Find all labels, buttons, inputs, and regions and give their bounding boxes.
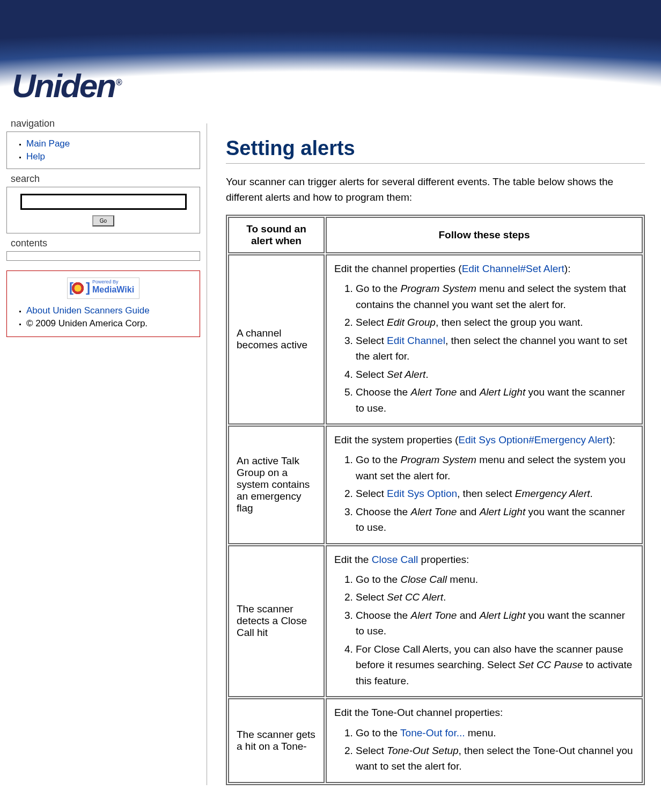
header-banner: Uniden®	[0, 0, 661, 107]
step-item: Select Edit Sys Option, then select Emer…	[356, 485, 634, 502]
step-em: Close Call	[400, 574, 447, 585]
nav-heading: navigation	[11, 118, 200, 129]
steps-lead: Edit the system properties (Edit Sys Opt…	[334, 432, 634, 448]
footer-link-about[interactable]: About Uniden Scanners Guide	[26, 304, 192, 317]
steps-lead-link[interactable]: Edit Channel#Set Alert	[462, 263, 564, 274]
step-em: Set Alert	[387, 369, 425, 380]
steps-cell: Edit the Close Call properties:Go to the…	[326, 545, 643, 698]
step-item: Go to the Program System menu and select…	[356, 280, 634, 313]
mediawiki-logo[interactable]: [ ] Powered By MediaWiki	[67, 277, 139, 299]
step-em: Alert Tone	[410, 610, 457, 621]
table-row: A channel becomes activeEdit the channel…	[228, 254, 643, 425]
search-input[interactable]	[20, 194, 187, 210]
nav-box: Main Page Help	[6, 131, 200, 169]
step-em: Edit Group	[387, 317, 436, 328]
sidebar: navigation Main Page Help search Go cont…	[0, 107, 207, 343]
step-item: Choose the Alert Tone and Alert Light yo…	[356, 503, 634, 537]
step-item: Select Set CC Alert.	[356, 588, 634, 606]
step-item: For Close Call Alerts, you can also have…	[356, 640, 634, 690]
page-title: Setting alerts	[226, 137, 645, 164]
intro-text: Your scanner can trigger alerts for seve…	[226, 174, 645, 205]
step-em: Set CC Pause	[518, 659, 583, 670]
steps-list: Go to the Close Call menu.Select Set CC …	[334, 570, 634, 690]
condition-cell: An active Talk Group on a system contain…	[228, 426, 325, 544]
step-item: Select Edit Channel, then select the cha…	[356, 332, 634, 365]
contents-heading: contents	[11, 238, 200, 249]
condition-cell: The scanner detects a Close Call hit	[228, 545, 325, 698]
step-em: Program System	[400, 283, 476, 294]
step-link[interactable]: Edit Sys Option	[387, 488, 457, 499]
search-box: Go	[6, 187, 200, 233]
steps-list: Go to the Program System menu and select…	[334, 451, 634, 536]
steps-lead-link[interactable]: Close Call	[372, 554, 418, 565]
step-link[interactable]: Tone-Out for...	[400, 727, 465, 738]
table-header-steps: Follow these steps	[326, 217, 643, 253]
table-row: The scanner gets a hit on a Tone-Edit th…	[228, 698, 643, 783]
footer-copyright: © 2009 Uniden America Corp.	[26, 317, 192, 330]
step-em: Set CC Alert	[387, 591, 443, 603]
step-em: Tone-Out Setup	[387, 745, 458, 756]
steps-lead-link[interactable]: Edit Sys Option#Emergency Alert	[458, 434, 609, 445]
steps-list: Go to the Tone-Out for... menu.Select To…	[334, 724, 634, 776]
step-em: Alert Light	[480, 386, 526, 398]
condition-cell: The scanner gets a hit on a Tone-	[228, 698, 325, 783]
table-row: The scanner detects a Close Call hitEdit…	[228, 545, 643, 698]
step-item: Select Edit Group, then select the group…	[356, 313, 634, 331]
steps-list: Go to the Program System menu and select…	[334, 280, 634, 417]
step-item: Go to the Tone-Out for... menu.	[356, 724, 634, 742]
steps-lead: Edit the Close Call properties:	[334, 552, 634, 567]
search-heading: search	[11, 173, 200, 185]
table-row: An active Talk Group on a system contain…	[228, 426, 643, 544]
step-em: Emergency Alert	[515, 488, 590, 499]
search-go-button[interactable]: Go	[92, 215, 114, 226]
contents-box	[6, 251, 200, 261]
nav-item-main-page[interactable]: Main Page	[26, 137, 192, 150]
steps-cell: Edit the Tone-Out channel properties:Go …	[326, 698, 643, 783]
alerts-table: To sound an alert when Follow these step…	[226, 215, 645, 785]
step-em: Program System	[400, 454, 476, 465]
step-em: Alert Tone	[410, 386, 457, 398]
step-em: Alert Light	[480, 506, 526, 517]
step-item: Select Tone-Out Setup, then select the T…	[356, 742, 634, 776]
steps-cell: Edit the system properties (Edit Sys Opt…	[326, 426, 643, 544]
step-link[interactable]: Edit Channel	[387, 335, 445, 346]
nav-item-help[interactable]: Help	[26, 150, 192, 163]
condition-cell: A channel becomes active	[228, 254, 325, 425]
main-content: Setting alerts Your scanner can trigger …	[207, 123, 661, 785]
step-em: Alert Tone	[410, 506, 457, 517]
step-item: Choose the Alert Tone and Alert Light yo…	[356, 606, 634, 640]
step-item: Choose the Alert Tone and Alert Light yo…	[356, 383, 634, 417]
step-item: Go to the Close Call menu.	[356, 570, 634, 588]
table-header-condition: To sound an alert when	[228, 217, 325, 253]
sidebar-footer: [ ] Powered By MediaWiki About Uniden Sc…	[6, 270, 200, 337]
uniden-logo: Uniden®	[12, 67, 121, 105]
step-item: Go to the Program System menu and select…	[356, 451, 634, 485]
step-em: Alert Light	[480, 610, 526, 621]
steps-lead: Edit the channel properties (Edit Channe…	[334, 261, 634, 276]
steps-cell: Edit the channel properties (Edit Channe…	[326, 254, 643, 425]
step-item: Select Set Alert.	[356, 365, 634, 383]
steps-lead: Edit the Tone-Out channel properties:	[334, 705, 634, 720]
